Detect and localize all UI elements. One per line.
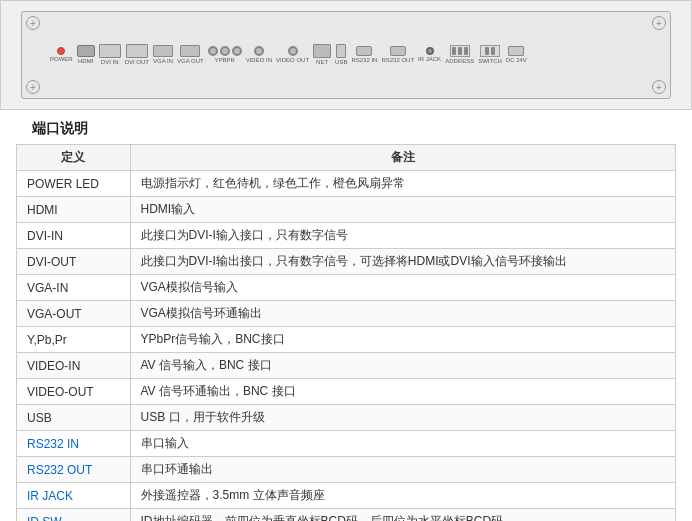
- table-row: HDMIHDMI输入: [17, 197, 676, 223]
- power-led-icon: [57, 47, 65, 55]
- dvi-out-port-group: DVI OUT: [125, 44, 149, 66]
- vga-in-label: VGA IN: [153, 58, 173, 65]
- usb-port-group: USB: [335, 44, 347, 66]
- hardware-diagram: POWER HDMI DVI IN DVI OUT VGA IN: [0, 0, 692, 110]
- port-name-cell: IR JACK: [17, 483, 131, 509]
- table-row: VIDEO-OUTAV 信号环通输出，BNC 接口: [17, 379, 676, 405]
- ports-row: POWER HDMI DVI IN DVI OUT VGA IN: [22, 12, 670, 98]
- port-desc-cell: VGA模拟信号输入: [130, 275, 676, 301]
- port-desc-cell: ID地址编码器。前四位为垂直坐标BCD码，后四位为水平坐标BCD码: [130, 509, 676, 522]
- port-table: 定义 备注 POWER LED电源指示灯，红色待机，绿色工作，橙色风扇异常HDM…: [16, 144, 676, 521]
- port-name-cell: DVI-IN: [17, 223, 131, 249]
- port-name-cell: Y,Pb,Pr: [17, 327, 131, 353]
- table-row: DVI-OUT此接口为DVI-I输出接口，只有数字信号，可选择将HDMI或DVI…: [17, 249, 676, 275]
- table-row: POWER LED电源指示灯，红色待机，绿色工作，橙色风扇异常: [17, 171, 676, 197]
- video-out-label: VIDEO OUT: [276, 57, 309, 64]
- usb-label: USB: [335, 59, 347, 66]
- port-desc-cell: AV 信号输入，BNC 接口: [130, 353, 676, 379]
- video-in-port-group: VIDEO IN: [246, 46, 272, 64]
- port-name-cell: VGA-OUT: [17, 301, 131, 327]
- table-row: VIDEO-INAV 信号输入，BNC 接口: [17, 353, 676, 379]
- vga-out-label: VGA OUT: [177, 58, 204, 65]
- vga-in-port-group: VGA IN: [153, 45, 173, 65]
- rs232-out-icon: [390, 46, 406, 56]
- power-port-group: POWER: [50, 47, 73, 63]
- ypbpr-port-group: YPBPR: [208, 46, 242, 64]
- ir-jack-label: IR JACK: [418, 56, 441, 63]
- dip3: [464, 47, 468, 55]
- port-name-cell: POWER LED: [17, 171, 131, 197]
- rs232-out-label: RS232 OUT: [381, 57, 414, 64]
- vga-out-icon: [180, 45, 200, 57]
- panel-drawing: POWER HDMI DVI IN DVI OUT VGA IN: [21, 11, 671, 99]
- port-desc-cell: 串口输入: [130, 431, 676, 457]
- port-desc-cell: VGA模拟信号环通输出: [130, 301, 676, 327]
- port-name-cell: ID SW: [17, 509, 131, 522]
- table-row: IR JACK外接遥控器，3.5mm 立体声音频座: [17, 483, 676, 509]
- port-desc-cell: 外接遥控器，3.5mm 立体声音频座: [130, 483, 676, 509]
- table-row: VGA-INVGA模拟信号输入: [17, 275, 676, 301]
- rj45-port-group: NET: [313, 44, 331, 66]
- port-desc-cell: 电源指示灯，红色待机，绿色工作，橙色风扇异常: [130, 171, 676, 197]
- table-row: RS232 IN串口输入: [17, 431, 676, 457]
- rs232out-port-group: RS232 OUT: [381, 46, 414, 64]
- switch-port-group: SWITCH: [478, 45, 502, 65]
- ypbpr-bnc3: [232, 46, 242, 56]
- dvi-out-icon: [126, 44, 148, 58]
- rs232-in-icon: [356, 46, 372, 56]
- port-desc-cell: USB 口，用于软件升级: [130, 405, 676, 431]
- dip2: [458, 47, 462, 55]
- rs232in-port-group: RS232 IN: [351, 46, 377, 64]
- section-title: 端口说明: [16, 108, 104, 145]
- table-row: RS232 OUT串口环通输出: [17, 457, 676, 483]
- port-desc-cell: 串口环通输出: [130, 457, 676, 483]
- port-desc-cell: 此接口为DVI-I输入接口，只有数字信号: [130, 223, 676, 249]
- vga-in-icon: [153, 45, 173, 57]
- table-row: ID SWID地址编码器。前四位为垂直坐标BCD码，后四位为水平坐标BCD码: [17, 509, 676, 522]
- video-in-bnc: [254, 46, 264, 56]
- dip1: [452, 47, 456, 55]
- dvi-out-label: DVI OUT: [125, 59, 149, 66]
- port-desc-cell: AV 信号环通输出，BNC 接口: [130, 379, 676, 405]
- col2-header: 备注: [130, 145, 676, 171]
- rj45-icon: [313, 44, 331, 58]
- video-out-port-group: VIDEO OUT: [276, 46, 309, 64]
- dvi-in-icon: [99, 44, 121, 58]
- port-desc-cell: YPbPr信号输入，BNC接口: [130, 327, 676, 353]
- port-name-cell: USB: [17, 405, 131, 431]
- hdmi-port-group: HDMI: [77, 45, 95, 65]
- dvi-in-port-group: DVI IN: [99, 44, 121, 66]
- address-port-group: ADDRESS: [445, 45, 474, 65]
- rj45-label: NET: [316, 59, 328, 66]
- table-header-row: 定义 备注: [17, 145, 676, 171]
- port-name-cell: VGA-IN: [17, 275, 131, 301]
- port-name-cell: DVI-OUT: [17, 249, 131, 275]
- video-out-bnc: [288, 46, 298, 56]
- table-row: USBUSB 口，用于软件升级: [17, 405, 676, 431]
- usb-icon: [336, 44, 346, 58]
- rs232-in-label: RS232 IN: [351, 57, 377, 64]
- table-row: Y,Pb,PrYPbPr信号输入，BNC接口: [17, 327, 676, 353]
- table-row: DVI-IN此接口为DVI-I输入接口，只有数字信号: [17, 223, 676, 249]
- port-name-cell: HDMI: [17, 197, 131, 223]
- switch-dip-icon: [480, 45, 500, 57]
- hdmi-icon: [77, 45, 95, 57]
- port-name-cell: RS232 OUT: [17, 457, 131, 483]
- port-name-cell: VIDEO-IN: [17, 353, 131, 379]
- switch-label: SWITCH: [478, 58, 502, 65]
- sw1: [485, 47, 489, 55]
- port-name-cell: VIDEO-OUT: [17, 379, 131, 405]
- power-connector-icon: [508, 46, 524, 56]
- sw2: [491, 47, 495, 55]
- col1-header: 定义: [17, 145, 131, 171]
- video-in-label: VIDEO IN: [246, 57, 272, 64]
- ypbpr-bnc2: [220, 46, 230, 56]
- section-header: 端口说明: [0, 110, 692, 144]
- ir-jack-icon: [426, 47, 434, 55]
- ypbpr-bnc1: [208, 46, 218, 56]
- ypbpr-label: YPBPR: [215, 57, 235, 64]
- power-connector-group: DC 24V: [506, 46, 527, 64]
- ir-jack-port-group: IR JACK: [418, 47, 441, 63]
- table-wrap: 定义 备注 POWER LED电源指示灯，红色待机，绿色工作，橙色风扇异常HDM…: [0, 144, 692, 521]
- port-desc-cell: HDMI输入: [130, 197, 676, 223]
